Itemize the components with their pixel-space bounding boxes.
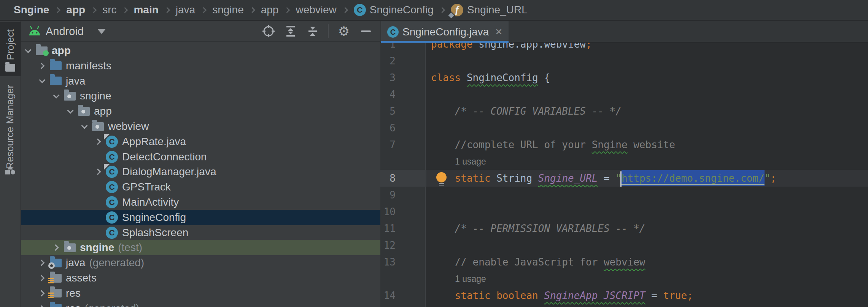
- line-number-14: 14: [380, 287, 396, 304]
- project-tree: appmanifestsjavasngineappwebviewAppRate.…: [21, 43, 380, 307]
- editor-body[interactable]: 1package sngine.app.webview;23class Sngi…: [380, 43, 868, 307]
- code-token: Sngine: [592, 139, 628, 150]
- stripe-resource-manager-button[interactable]: Resource Manager: [0, 82, 21, 179]
- code-token: ": [615, 173, 622, 184]
- tree-item-java[interactable]: java: [21, 74, 380, 89]
- breadcrumb-label: main: [134, 4, 158, 16]
- line-number-13: 13: [380, 254, 396, 270]
- tree-item-app[interactable]: app: [21, 104, 380, 119]
- tree-item-label: webview: [108, 120, 149, 133]
- breadcrumb-separator-icon: [164, 7, 170, 13]
- tree-item-label: app: [94, 105, 112, 117]
- stripe-project-button[interactable]: Project: [0, 22, 21, 76]
- code-token: static: [455, 290, 491, 301]
- code-token: website: [628, 139, 675, 150]
- tree-item-label: res: [66, 287, 81, 299]
- chevron-right-icon: [35, 58, 49, 74]
- code-token: static: [455, 173, 491, 184]
- chevron-down-icon: [49, 88, 63, 104]
- breadcrumb-item-java[interactable]: java: [176, 4, 195, 16]
- tree-item-label: SngineConfig: [122, 211, 186, 224]
- breadcrumb-item-src[interactable]: src: [102, 4, 116, 16]
- breadcrumb-item-webview[interactable]: webview: [296, 4, 336, 16]
- class-icon: [354, 4, 366, 16]
- breadcrumb-item-sngine_url[interactable]: Sngine_URL: [451, 4, 528, 16]
- breadcrumb-item-sngine[interactable]: Sngine: [14, 4, 49, 16]
- code-token: [461, 72, 467, 83]
- tree-item-sngine[interactable]: sngine(test): [21, 240, 380, 255]
- breadcrumb: SngineappsrcmainjavasngineappwebviewSngi…: [0, 0, 868, 21]
- tree-item-gpstrack[interactable]: GPSTrack: [21, 179, 380, 195]
- locate-file-icon[interactable]: [262, 24, 275, 38]
- expand-all-icon[interactable]: [284, 24, 297, 38]
- dot-badge-icon: [43, 50, 49, 56]
- chevron-right-icon: [92, 134, 105, 149]
- lines-badge-icon: [48, 293, 54, 299]
- close-icon[interactable]: ✕: [495, 27, 502, 37]
- tree-item-webview[interactable]: webview: [21, 119, 380, 134]
- code-line-11[interactable]: /* -- PERMISSION VARIABLES -- */: [431, 220, 645, 237]
- line-number-4: 4: [380, 86, 396, 103]
- package-folder-icon: [77, 105, 90, 118]
- class-icon: [105, 226, 118, 239]
- tree-item-java[interactable]: java(generated): [21, 255, 380, 270]
- tree-item-manifests[interactable]: manifests: [21, 58, 380, 74]
- tree-item-splashscreen[interactable]: SplashScreen: [21, 225, 380, 240]
- tree-item-dialogmanager-java[interactable]: DialogManager.java: [21, 164, 380, 179]
- tree-item-app[interactable]: app: [21, 43, 380, 58]
- code-line-7[interactable]: //complete URL of your Sngine website: [431, 136, 675, 153]
- code-line-3[interactable]: class SngineConfig {: [431, 69, 550, 86]
- breadcrumb-item-app[interactable]: app: [261, 4, 279, 16]
- breadcrumb-separator-icon: [91, 7, 97, 13]
- breadcrumb-label: Sngine_URL: [467, 4, 528, 16]
- breadcrumb-label: Sngine: [14, 4, 49, 16]
- collapse-all-icon[interactable]: [306, 24, 320, 38]
- selected-text: https://demo.sngine.com/: [622, 170, 765, 186]
- code-line-5[interactable]: /* -- CONFIG VARIABLES -- */: [431, 103, 622, 120]
- tree-item-label: GPSTrack: [122, 181, 171, 193]
- code-line-14[interactable]: static boolean SngineApp_JSCRIPT = true;: [431, 287, 693, 304]
- chevron-down-icon: [35, 74, 49, 89]
- tab-sngineconfig-java[interactable]: SngineConfig.java ✕: [381, 21, 509, 43]
- resource-manager-icon: [5, 165, 15, 174]
- chevron-right-icon: [35, 255, 49, 270]
- view-selector[interactable]: Android: [46, 25, 84, 38]
- tree-item-res[interactable]: res(generated): [21, 301, 380, 307]
- usages-hint[interactable]: 1 usage: [455, 153, 486, 170]
- breadcrumb-separator-icon: [122, 7, 128, 13]
- tree-item-sngine[interactable]: sngine: [21, 88, 380, 104]
- package-folder-icon: [63, 241, 76, 254]
- tree-item-label: sngine: [80, 241, 114, 254]
- tree-item-sngineconfig[interactable]: SngineConfig: [21, 210, 380, 225]
- project-panel: Android: [21, 21, 380, 307]
- usages-hint[interactable]: 1 usage: [455, 270, 486, 287]
- chevron-down-icon[interactable]: [97, 29, 106, 34]
- breadcrumb-item-sngine[interactable]: sngine: [212, 4, 244, 16]
- breadcrumb-item-main[interactable]: main: [134, 4, 158, 16]
- chevron-down-icon: [78, 119, 91, 134]
- tree-item-mainactivity[interactable]: MainActivity: [21, 195, 380, 210]
- android-view-icon: [27, 26, 42, 37]
- code-token: ;: [770, 173, 776, 184]
- tree-item-res[interactable]: res: [21, 286, 380, 301]
- field-icon: [451, 4, 463, 16]
- hide-panel-icon[interactable]: [359, 24, 373, 38]
- breadcrumb-item-app[interactable]: app: [66, 4, 85, 16]
- line-number-3: 3: [380, 69, 396, 86]
- line-number-10: 10: [380, 203, 396, 220]
- code-line-1[interactable]: package sngine.app.webview;: [431, 43, 592, 53]
- code-line-8[interactable]: static String Sngine_URL = "https://demo…: [431, 170, 776, 187]
- tree-item-apprate-java[interactable]: AppRate.java: [21, 134, 380, 149]
- line-number-7: 7: [380, 136, 396, 153]
- code-token: webview: [604, 256, 645, 268]
- code-line-13[interactable]: // enable JavaScript for webview: [431, 254, 645, 270]
- class-icon: [105, 181, 118, 193]
- tool-window-stripe: Project Resource Manager: [0, 21, 21, 307]
- breadcrumb-item-sngineconfig[interactable]: SngineConfig: [354, 4, 434, 16]
- project-stripe-label: Project: [5, 29, 16, 60]
- resources-folder-icon: [49, 287, 62, 300]
- app-module-folder-icon: [35, 44, 48, 57]
- tree-item-detectconnection[interactable]: DetectConnection: [21, 149, 380, 165]
- settings-gear-icon[interactable]: ⚙: [337, 24, 351, 38]
- tree-item-assets[interactable]: assets: [21, 270, 380, 286]
